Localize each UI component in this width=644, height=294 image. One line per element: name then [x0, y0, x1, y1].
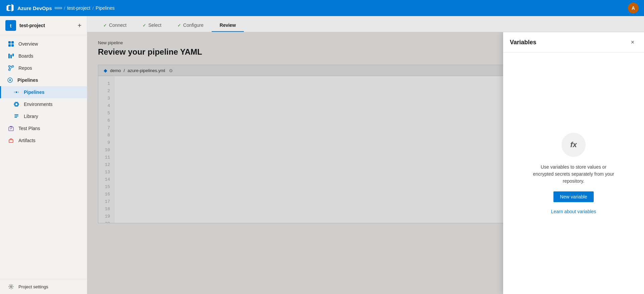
topbar-breadcrumb: / test-project / Pipelines — [55, 5, 115, 11]
svg-rect-2 — [8, 44, 11, 47]
svg-line-12 — [10, 67, 12, 69]
svg-rect-19 — [14, 114, 18, 115]
sidebar: t test-project + Overview — [0, 16, 87, 294]
variables-panel: Variables × fx Use variables to store va… — [503, 32, 644, 294]
topbar-logo-text: Azure DevOps — [17, 5, 52, 11]
svg-point-14 — [14, 92, 16, 93]
svg-rect-6 — [12, 54, 14, 56]
sidebar-item-overview[interactable]: Overview — [0, 38, 87, 50]
panel-header: Variables × — [503, 32, 644, 53]
sidebar-item-library[interactable]: Library — [0, 110, 87, 122]
svg-rect-3 — [11, 44, 14, 47]
overview-icon — [8, 41, 14, 47]
test-plans-icon — [8, 125, 14, 132]
project-avatar: t — [5, 20, 16, 31]
boards-label: Boards — [18, 53, 33, 59]
sidebar-item-boards[interactable]: Boards — [0, 50, 87, 62]
svg-point-7 — [9, 66, 10, 67]
sidebar-footer: Project settings — [0, 279, 87, 294]
tab-review[interactable]: Review — [212, 22, 244, 32]
add-project-button[interactable]: + — [77, 22, 82, 30]
environments-label: Environments — [24, 102, 53, 107]
tab-configure-label: Configure — [183, 22, 204, 28]
svg-rect-21 — [14, 117, 17, 118]
svg-rect-20 — [14, 116, 18, 116]
artifacts-icon — [8, 137, 14, 144]
svg-rect-5 — [10, 55, 12, 58]
close-panel-button[interactable]: × — [628, 38, 637, 47]
section-name[interactable]: Pipelines — [96, 5, 115, 11]
sidebar-item-environments[interactable]: Environments — [0, 98, 87, 110]
tab-select-label: Select — [148, 22, 161, 28]
sidebar-item-test-plans[interactable]: Test Plans — [0, 122, 87, 134]
tab-select[interactable]: ✓ Select — [135, 22, 169, 32]
boards-icon — [8, 53, 14, 59]
topbar: Azure DevOps / test-project / Pipelines … — [0, 0, 644, 16]
repos-label: Repos — [18, 65, 32, 71]
svg-rect-1 — [11, 41, 14, 44]
svg-rect-0 — [8, 41, 11, 44]
tab-review-label: Review — [220, 22, 236, 28]
tab-configure[interactable]: ✓ Configure — [169, 22, 212, 32]
project-header-left: t test-project — [5, 20, 45, 31]
svg-point-15 — [17, 92, 18, 93]
tab-connect[interactable]: ✓ Connect — [95, 22, 135, 32]
pipelines-label: Pipelines — [24, 90, 44, 95]
panel-description: Use variables to store values or encrypt… — [530, 164, 617, 185]
avatar[interactable]: A — [628, 3, 639, 13]
svg-rect-23 — [9, 140, 13, 142]
library-icon — [13, 113, 20, 120]
library-label: Library — [24, 114, 38, 119]
project-settings-label: Project settings — [18, 284, 48, 289]
project-name-label: test-project — [19, 23, 45, 28]
sidebar-section-pipelines[interactable]: Pipelines — [0, 74, 87, 86]
new-variable-button[interactable]: New variable — [553, 191, 594, 202]
panel-title: Variables — [510, 39, 536, 46]
select-check: ✓ — [143, 23, 146, 28]
project-header: t test-project + — [0, 16, 87, 35]
overlay-dim[interactable] — [87, 32, 503, 294]
repos-icon — [8, 65, 14, 71]
fx-icon: fx — [561, 133, 586, 157]
breadcrumb-sep-1: / — [64, 6, 65, 11]
svg-rect-4 — [8, 54, 10, 58]
panel-body: fx Use variables to store values or encr… — [503, 53, 644, 294]
sidebar-item-artifacts[interactable]: Artifacts — [0, 134, 87, 146]
main-content: ✓ Connect ✓ Select ✓ Configure Review Ne… — [87, 16, 644, 294]
project-name[interactable]: test-project — [67, 5, 90, 11]
configure-check: ✓ — [177, 23, 181, 28]
settings-icon — [8, 283, 14, 290]
wizard-tabs: ✓ Connect ✓ Select ✓ Configure Review — [87, 16, 644, 32]
svg-point-24 — [10, 286, 12, 288]
overview-label: Overview — [18, 41, 38, 47]
learn-variables-link[interactable]: Learn about variables — [551, 209, 596, 214]
org-name — [55, 7, 62, 9]
pipelines-section-label: Pipelines — [17, 77, 38, 83]
sidebar-item-pipelines[interactable]: Pipelines — [0, 86, 87, 98]
topbar-right: A — [628, 3, 639, 13]
sidebar-item-repos[interactable]: Repos — [0, 62, 87, 74]
azure-devops-logo[interactable]: Azure DevOps — [5, 3, 52, 13]
artifacts-label: Artifacts — [18, 138, 36, 143]
breadcrumb-sep-2: / — [92, 6, 94, 11]
svg-point-9 — [12, 66, 14, 67]
test-plans-label: Test Plans — [18, 126, 40, 131]
connect-check: ✓ — [103, 23, 107, 28]
pipelines-section-icon — [7, 77, 13, 83]
sidebar-item-project-settings[interactable]: Project settings — [0, 281, 87, 293]
page-area: New pipeline Review your pipeline YAML ◆… — [87, 32, 644, 294]
pipelines-icon — [13, 89, 20, 96]
sidebar-nav: Overview Boards — [0, 35, 87, 279]
tab-connect-label: Connect — [109, 22, 126, 28]
environments-icon — [13, 101, 20, 108]
